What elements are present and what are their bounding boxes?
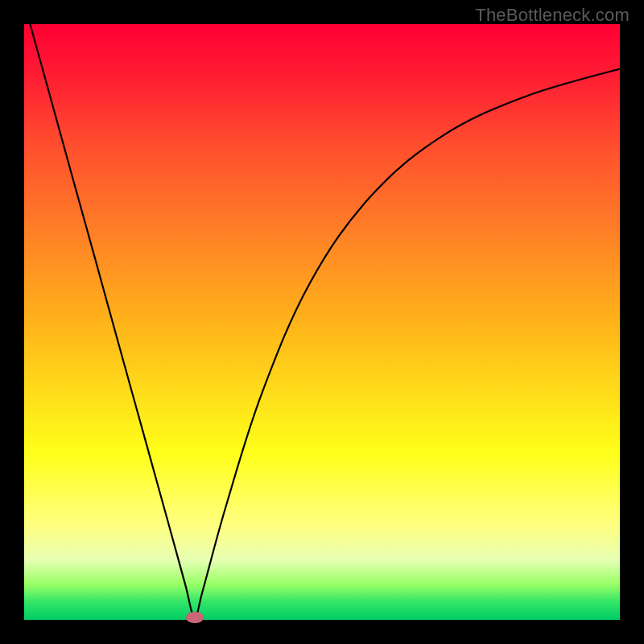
plot-area (24, 24, 620, 620)
bottleneck-curve (24, 24, 620, 620)
chart-frame: TheBottleneck.com (0, 0, 644, 644)
watermark-text: TheBottleneck.com (475, 5, 630, 26)
minimum-marker (186, 612, 204, 623)
